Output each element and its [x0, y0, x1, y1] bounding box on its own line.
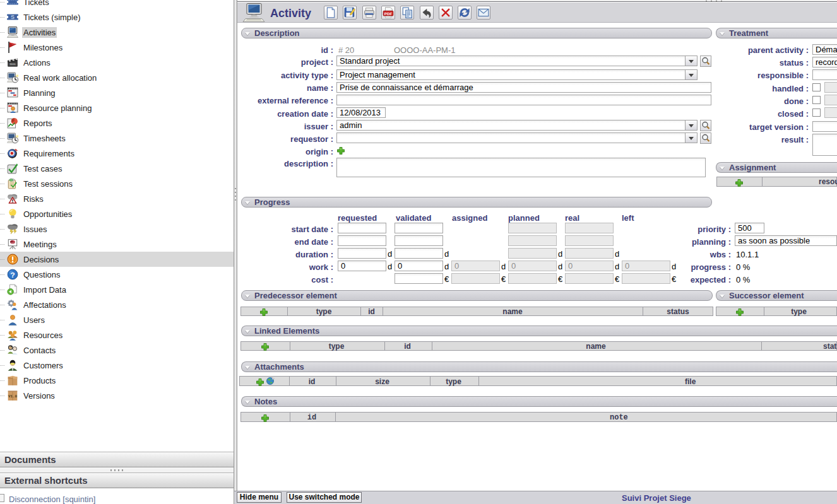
- svg-text:Shhh: Shhh: [10, 63, 16, 66]
- svg-text:?: ?: [10, 271, 15, 279]
- svg-text:PDF: PDF: [384, 11, 393, 16]
- svg-text:S: S: [11, 14, 15, 20]
- svg-text:V1.0: V1.0: [8, 394, 18, 399]
